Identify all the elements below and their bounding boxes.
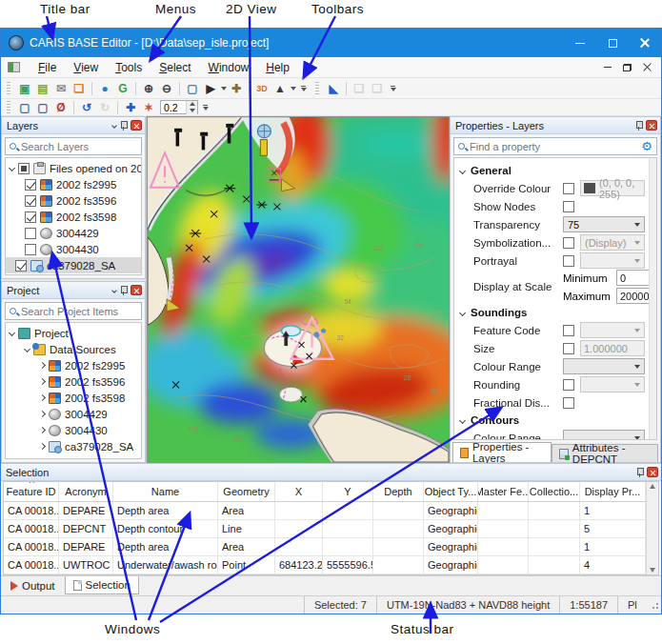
layers-tree-item[interactable]: 2002 fs2995	[6, 176, 141, 192]
project-tree-item[interactable]: 2002 fs2995	[6, 357, 141, 373]
select-pointer-dropdown-icon[interactable]	[221, 87, 227, 91]
globe-icon[interactable]: ●	[96, 80, 113, 96]
pin-icon[interactable]	[635, 120, 642, 131]
checkbox[interactable]	[563, 397, 574, 409]
snap-icon[interactable]: ✶	[140, 99, 157, 115]
expander-icon[interactable]	[9, 165, 15, 171]
layers-tree-item[interactable]: Files opened on 201...	[6, 160, 141, 176]
checkbox[interactable]	[25, 179, 36, 191]
tab-selection[interactable]: Selection	[65, 576, 139, 594]
expander-icon[interactable]	[39, 427, 46, 433]
panel-close-icon[interactable]	[130, 120, 142, 131]
layers-tree-item-selected[interactable]: ca379028_SA	[6, 257, 141, 273]
deselect-rectangle-icon[interactable]: ▢	[34, 99, 51, 115]
checkbox[interactable]	[563, 325, 574, 336]
section-contours[interactable]: Contours	[460, 412, 645, 429]
table-row[interactable]: CA 00018...DEPARE Depth areaArea Geograp…	[4, 502, 646, 520]
checkbox[interactable]	[563, 343, 574, 354]
checkbox[interactable]	[25, 195, 36, 207]
scroll-down-icon[interactable]	[650, 568, 655, 573]
checkbox[interactable]	[15, 260, 27, 272]
mdi-close-icon[interactable]	[643, 63, 652, 71]
transparency-dropdown[interactable]: 75	[563, 216, 645, 232]
expander-icon[interactable]	[24, 346, 30, 352]
section-soundings[interactable]: Soundings	[460, 304, 645, 321]
checkbox[interactable]	[563, 379, 574, 391]
pin-icon[interactable]	[120, 120, 127, 131]
panel-close-icon[interactable]	[646, 120, 657, 131]
expander-icon[interactable]	[39, 362, 46, 369]
checkbox[interactable]	[25, 211, 36, 223]
property-search[interactable]: ⚙	[453, 137, 657, 155]
north-arrow-dropdown-icon[interactable]	[291, 87, 296, 91]
open-data-icon[interactable]: ▣	[16, 80, 33, 96]
maximize-button[interactable]	[596, 29, 629, 57]
scroll-up-icon[interactable]	[650, 484, 655, 489]
contours-colour-range-dropdown[interactable]	[563, 430, 645, 440]
move-icon[interactable]: ✚	[122, 99, 139, 115]
rotate-selection-icon[interactable]: ↺	[78, 99, 95, 115]
resize-grip-icon[interactable]	[650, 600, 659, 610]
select-pointer-icon[interactable]: ▶	[202, 80, 219, 96]
project-tree-item[interactable]: 3004430	[6, 422, 141, 438]
project-tree-item[interactable]: 2002 fs3598	[6, 390, 141, 406]
project-search-input[interactable]	[21, 306, 137, 317]
zoom-area-icon[interactable]: ▢	[184, 80, 201, 96]
project-tree-item[interactable]: ca379028_SA	[6, 438, 141, 454]
pin-icon[interactable]	[636, 467, 643, 477]
project-tree-item[interactable]: Project	[6, 325, 141, 341]
spin-up-icon[interactable]	[187, 101, 197, 108]
spin-down-icon[interactable]	[187, 108, 197, 114]
panel-close-icon[interactable]	[647, 467, 658, 477]
toolbar-overflow-icon[interactable]	[300, 86, 307, 91]
google-earth-icon[interactable]: G	[114, 80, 131, 96]
pin-icon[interactable]	[120, 285, 127, 295]
select-rectangle-icon[interactable]: ▢	[16, 99, 33, 115]
toolbar-grip[interactable]	[315, 82, 319, 95]
checkbox[interactable]	[563, 255, 574, 267]
checkbox[interactable]	[563, 237, 574, 249]
angle-measure-icon[interactable]: ◣	[325, 80, 342, 96]
expander-icon[interactable]	[39, 378, 46, 385]
mdi-minimize-icon[interactable]	[604, 67, 612, 69]
map-2d-view[interactable]: 54 32 28 26 153 156 102 106	[147, 116, 450, 463]
menu-help[interactable]: Help	[257, 59, 298, 76]
title-bar[interactable]: CARIS BASE Editor - [D:\Data\sep_isle.pr…	[1, 29, 661, 57]
expander-icon[interactable]	[39, 443, 46, 450]
toolbar-overflow-icon[interactable]	[390, 86, 396, 91]
close-button[interactable]	[629, 29, 661, 57]
toolbar-grip[interactable]	[7, 82, 10, 95]
checkbox[interactable]	[25, 244, 36, 255]
expander-icon[interactable]	[9, 330, 15, 336]
project-search[interactable]	[5, 302, 142, 320]
layers-tree-item[interactable]: 3004430	[6, 241, 141, 257]
table-row[interactable]: CA 00018...DEPARE Depth areaArea Geograp…	[4, 538, 646, 556]
3d-view-icon[interactable]: 3D	[253, 80, 271, 96]
clear-selection-icon[interactable]: Ø	[52, 99, 70, 115]
tab-attributes-depcnt[interactable]: Attributes - DEPCNT	[552, 444, 658, 462]
attach-icon[interactable]: ✉	[52, 80, 70, 96]
panel-close-icon[interactable]	[130, 285, 142, 295]
checkbox[interactable]	[18, 163, 30, 174]
panel-menu-icon[interactable]	[111, 288, 117, 293]
toolbar-overflow-icon[interactable]	[202, 105, 209, 111]
menu-view[interactable]: View	[65, 59, 107, 76]
menu-tools[interactable]: Tools	[107, 59, 150, 76]
pan-icon[interactable]: ✚	[228, 80, 245, 96]
checkbox[interactable]	[563, 183, 574, 194]
properties-scrollbar[interactable]	[649, 158, 656, 439]
layers-icon[interactable]: ❏	[70, 80, 88, 96]
table-row[interactable]: CA 00018...DEPCNT Depth contourLine Geog…	[4, 520, 646, 538]
north-arrow-icon[interactable]: ▲	[271, 80, 289, 96]
mdi-restore-icon[interactable]	[623, 64, 632, 71]
zoom-in-icon[interactable]: ⊕	[140, 80, 157, 96]
menu-window[interactable]: Window	[200, 59, 258, 76]
expander-icon[interactable]	[39, 411, 46, 417]
table-row[interactable]: CA 00018...UWTROC Underwater/awash rockP…	[4, 556, 646, 574]
table-scrollbar[interactable]	[646, 482, 658, 574]
menu-select[interactable]: Select	[150, 59, 199, 76]
import-folder-icon[interactable]: ▤	[34, 80, 51, 96]
property-search-input[interactable]	[470, 141, 636, 152]
tab-properties-layers[interactable]: Properties - Layers	[452, 442, 552, 462]
checkbox[interactable]	[25, 228, 36, 239]
